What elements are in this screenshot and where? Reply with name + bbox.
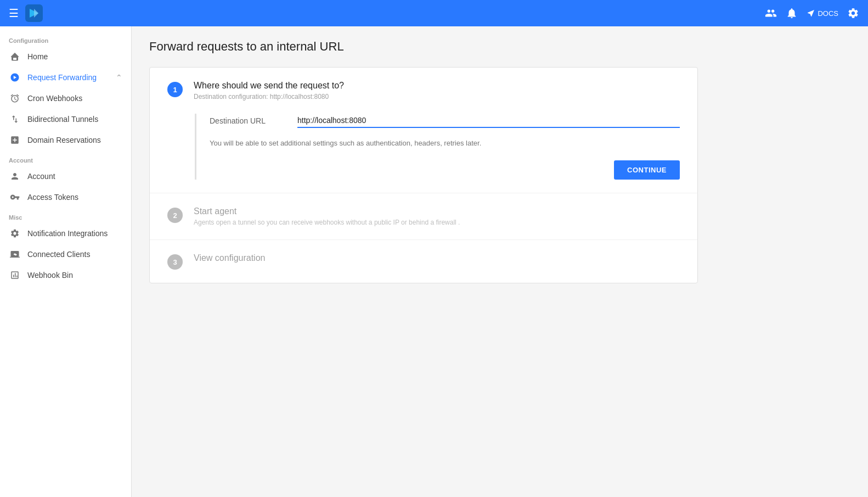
notification-icon[interactable] <box>786 7 798 19</box>
sidebar-item-home[interactable]: Home <box>0 46 131 67</box>
team-icon[interactable] <box>765 7 777 19</box>
notification-integrations-icon <box>9 228 21 238</box>
domain-reservations-label: Domain Reservations <box>27 136 122 144</box>
request-forwarding-chevron: ⌃ <box>116 73 122 82</box>
step-1-body-inner: Destination URL You will be able to set … <box>195 114 680 180</box>
step-1-helper-text: You will be able to set additional setti… <box>210 139 680 147</box>
step-2-number: 2 <box>167 208 183 223</box>
sidebar-item-cron-webhooks[interactable]: Cron Webhooks <box>0 88 131 109</box>
sidebar-item-domain-reservations[interactable]: Domain Reservations <box>0 130 131 150</box>
sidebar-item-connected-clients[interactable]: Connected Clients <box>0 244 131 265</box>
step-1: 1 Where should we send the request to? D… <box>150 68 697 193</box>
wizard-card: 1 Where should we send the request to? D… <box>149 67 698 283</box>
sidebar-item-bidirectional-tunnels[interactable]: Bidirectional Tunnels <box>0 109 131 130</box>
step-3-title: View configuration <box>194 253 680 263</box>
webhook-bin-label: Webhook Bin <box>27 271 122 280</box>
step-1-number: 1 <box>167 82 183 97</box>
main-content: Forward requests to an internal URL 1 Wh… <box>132 26 868 497</box>
misc-section-label: Misc <box>0 208 131 223</box>
access-tokens-label: Access Tokens <box>27 193 122 202</box>
step-2-title: Start agent <box>194 206 680 216</box>
destination-url-label: Destination URL <box>210 116 297 125</box>
main-layout: Configuration Home Request Forwarding ⌃ … <box>0 26 868 497</box>
page-title: Forward requests to an internal URL <box>149 40 850 54</box>
step-3: 3 View configuration <box>150 240 697 283</box>
topbar: ☰ DOCS <box>0 0 868 26</box>
domain-reservations-icon <box>9 135 21 145</box>
step-1-content: Where should we send the request to? Des… <box>194 81 680 180</box>
configuration-section-label: Configuration <box>0 31 131 46</box>
step-2-content: Start agent Agents open a tunnel so you … <box>194 206 680 226</box>
account-label: Account <box>27 172 122 181</box>
step-3-content: View configuration <box>194 253 680 270</box>
sidebar-item-account[interactable]: Account <box>0 166 131 187</box>
sidebar-item-webhook-bin[interactable]: Webhook Bin <box>0 265 131 286</box>
docs-link[interactable]: DOCS <box>807 9 838 18</box>
account-icon <box>9 171 21 181</box>
step-2-subtitle: Agents open a tunnel so you can receive … <box>194 219 680 226</box>
sidebar-item-request-forwarding[interactable]: Request Forwarding ⌃ <box>0 67 131 88</box>
request-forwarding-icon <box>9 72 21 82</box>
bidirectional-tunnels-label: Bidirectional Tunnels <box>27 115 122 124</box>
webhook-bin-icon <box>9 270 21 280</box>
account-section-label: Account <box>0 150 131 166</box>
cron-webhooks-label: Cron Webhooks <box>27 94 122 103</box>
request-forwarding-label: Request Forwarding <box>27 73 109 82</box>
connected-clients-label: Connected Clients <box>27 250 122 259</box>
access-tokens-icon <box>9 192 21 202</box>
hamburger-menu-icon[interactable]: ☰ <box>9 7 19 20</box>
notification-integrations-label: Notification Integrations <box>27 229 122 238</box>
docs-label: DOCS <box>818 9 838 18</box>
step-1-body: Destination URL You will be able to set … <box>194 114 680 180</box>
step-3-number: 3 <box>167 254 183 270</box>
home-icon <box>9 52 21 62</box>
step-1-subtitle: Destination configuration: http://localh… <box>194 93 680 100</box>
logo <box>25 4 43 22</box>
sidebar-item-notification-integrations[interactable]: Notification Integrations <box>0 223 131 244</box>
bidirectional-tunnels-icon <box>9 114 21 124</box>
connected-clients-icon <box>9 249 21 259</box>
step-1-title: Where should we send the request to? <box>194 81 680 91</box>
settings-icon[interactable] <box>847 7 859 19</box>
sidebar: Configuration Home Request Forwarding ⌃ … <box>0 26 132 497</box>
topbar-left: ☰ <box>9 4 43 22</box>
sidebar-item-access-tokens[interactable]: Access Tokens <box>0 187 131 208</box>
topbar-right: DOCS <box>765 7 859 19</box>
continue-button[interactable]: CONTINUE <box>614 160 680 180</box>
step-2: 2 Start agent Agents open a tunnel so yo… <box>150 193 697 240</box>
step-1-actions: CONTINUE <box>210 160 680 180</box>
destination-url-row: Destination URL <box>210 114 680 128</box>
cron-webhooks-icon <box>9 93 21 103</box>
destination-url-input[interactable] <box>297 114 680 128</box>
home-label: Home <box>27 52 122 61</box>
